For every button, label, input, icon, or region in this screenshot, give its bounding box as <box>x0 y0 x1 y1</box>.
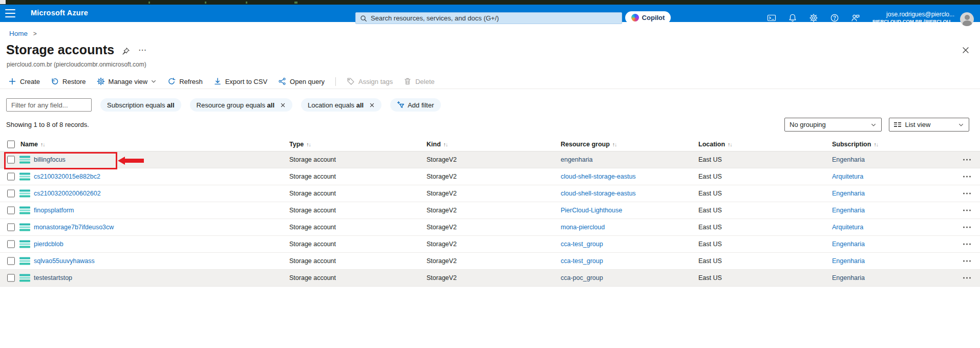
row-more-icon[interactable] <box>963 260 971 262</box>
column-header-kind[interactable]: Kind↑↓ <box>427 141 448 148</box>
storage-account-link[interactable]: monastorage7b7ifdeuso3cw <box>34 224 114 231</box>
table-header: Name↑↓Type↑↓Kind↑↓Resource group↑↓Locati… <box>0 137 980 151</box>
restore-button[interactable]: Restore <box>51 77 86 85</box>
table-row[interactable]: testestartstopStorage accountStorageV2cc… <box>0 270 980 287</box>
row-location: East US <box>698 156 722 163</box>
resource-group-link[interactable]: cca-test_group <box>561 241 603 248</box>
row-more-icon[interactable] <box>963 277 971 279</box>
row-kind: StorageV2 <box>427 173 457 180</box>
column-header-type[interactable]: Type↑↓ <box>289 141 311 148</box>
resource-group-link[interactable]: engenharia <box>561 156 593 163</box>
download-icon <box>214 77 222 85</box>
close-blade-icon[interactable] <box>962 46 970 54</box>
subscription-link[interactable]: Arquitetura <box>832 173 863 180</box>
resource-group-link[interactable]: cloud-shell-storage-eastus <box>561 173 636 180</box>
share-icon <box>278 77 286 85</box>
column-header-location[interactable]: Location↑↓ <box>698 141 732 148</box>
directory-subtitle: piercloud.com.br (piercloudcombr.onmicro… <box>7 61 146 68</box>
pin-icon[interactable] <box>122 47 130 55</box>
row-location: East US <box>698 224 722 231</box>
row-more-icon[interactable] <box>963 193 971 194</box>
row-checkbox[interactable] <box>7 156 15 164</box>
title-more-button[interactable]: ⋯ <box>138 45 147 55</box>
filter-input[interactable] <box>6 98 92 112</box>
row-more-icon[interactable] <box>963 210 971 211</box>
search-input[interactable] <box>371 14 617 22</box>
help-icon[interactable] <box>830 13 839 23</box>
subscription-link[interactable]: Engenharia <box>832 241 865 248</box>
create-button[interactable]: Create <box>8 77 40 85</box>
table-row[interactable]: billingfocusStorage accountStorageV2enge… <box>0 151 980 168</box>
filter-pill-subscription[interactable]: Subscription equals all <box>100 98 181 112</box>
open-query-button[interactable]: Open query <box>278 77 325 85</box>
azure-brand[interactable]: Microsoft Azure <box>31 9 88 17</box>
resource-group-link[interactable]: cloud-shell-storage-eastus <box>561 190 636 197</box>
storage-account-link[interactable]: testestartstop <box>34 274 72 281</box>
manage-view-button[interactable]: Manage view <box>97 77 157 85</box>
row-checkbox[interactable] <box>7 173 15 181</box>
chevron-down-icon <box>958 122 964 128</box>
storage-account-link[interactable]: pierdcblob <box>34 241 63 248</box>
remove-filter-icon[interactable] <box>280 102 286 108</box>
row-more-icon[interactable] <box>963 244 971 245</box>
feedback-icon[interactable] <box>851 13 860 23</box>
subscription-link[interactable]: Engenharia <box>832 257 865 265</box>
cloud-shell-icon[interactable] <box>767 13 776 23</box>
filter-pill-location[interactable]: Location equals all <box>301 98 381 112</box>
resource-group-link[interactable]: cca-poc_group <box>561 274 603 281</box>
avatar[interactable] <box>960 12 974 26</box>
chevron-down-icon <box>151 78 157 84</box>
column-header-subscription[interactable]: Subscription↑↓ <box>832 141 878 148</box>
subscription-link[interactable]: Engenharia <box>832 207 865 214</box>
row-checkbox[interactable] <box>7 241 15 248</box>
row-checkbox[interactable] <box>7 207 15 214</box>
subscription-link[interactable]: Engenharia <box>832 274 865 281</box>
row-checkbox[interactable] <box>7 224 15 231</box>
refresh-button[interactable]: Refresh <box>167 77 203 85</box>
storage-account-link[interactable]: billingfocus <box>34 156 66 163</box>
storage-account-link[interactable]: cs2100320015e882bc2 <box>34 173 100 180</box>
copilot-button[interactable]: Copilot <box>625 11 671 24</box>
subscription-link[interactable]: Engenharia <box>832 156 865 163</box>
assign-tags-button: Assign tags <box>347 77 393 85</box>
row-more-icon[interactable] <box>963 227 971 228</box>
grouping-dropdown[interactable]: No grouping <box>784 118 882 132</box>
storage-account-icon <box>19 224 30 231</box>
filter-pill-resource[interactable]: Resource group equals all <box>190 98 293 112</box>
resource-group-link[interactable]: mona-piercloud <box>561 224 605 231</box>
table-row[interactable]: sqlvao55uuvyhawassStorage accountStorage… <box>0 253 980 270</box>
table-row[interactable]: monastorage7b7ifdeuso3cwStorage accountS… <box>0 219 980 236</box>
table-row[interactable]: cs21003200200602602Storage accountStorag… <box>0 185 980 202</box>
row-checkbox[interactable] <box>7 257 15 265</box>
hamburger-menu-icon[interactable] <box>5 9 15 17</box>
storage-account-link[interactable]: finopsplatform <box>34 207 74 214</box>
row-checkbox[interactable] <box>7 190 15 198</box>
resource-group-link[interactable]: cca-test_group <box>561 257 603 265</box>
add-filter-button[interactable]: Add filter <box>390 98 440 112</box>
toolbar-item-label: Refresh <box>179 78 203 85</box>
storage-account-link[interactable]: cs21003200200602602 <box>34 190 101 197</box>
subscription-link[interactable]: Engenharia <box>832 190 865 197</box>
table-row[interactable]: finopsplatformStorage accountStorageV2Pi… <box>0 202 980 219</box>
settings-icon[interactable] <box>809 13 818 23</box>
select-all-checkbox[interactable] <box>7 140 15 148</box>
table-row[interactable]: pierdcblobStorage accountStorageV2cca-te… <box>0 236 980 253</box>
global-search[interactable] <box>355 12 622 24</box>
table-row[interactable]: cs2100320015e882bc2Storage accountStorag… <box>0 168 980 185</box>
view-dropdown[interactable]: List view <box>889 118 969 132</box>
row-more-icon[interactable] <box>963 159 971 161</box>
breadcrumb-home-link[interactable]: Home <box>9 30 28 37</box>
row-more-icon[interactable] <box>963 176 971 178</box>
storage-account-icon <box>19 257 30 265</box>
column-header-resource-group[interactable]: Resource group↑↓ <box>561 141 616 148</box>
row-checkbox[interactable] <box>7 274 15 282</box>
account-info[interactable]: jose.rodrigues@pierclo... PIERCLOUD.COM.… <box>872 11 954 25</box>
export-to-csv-button[interactable]: Export to CSV <box>214 77 267 85</box>
subscription-link[interactable]: Arquitetura <box>832 224 863 231</box>
resource-group-link[interactable]: PierCloud-Lighthouse <box>561 207 622 214</box>
row-type: Storage account <box>289 173 336 180</box>
column-header-name[interactable]: Name↑↓ <box>20 141 45 148</box>
storage-account-link[interactable]: sqlvao55uuvyhawass <box>34 257 95 265</box>
notifications-icon[interactable] <box>788 13 797 23</box>
remove-filter-icon[interactable] <box>369 102 375 108</box>
